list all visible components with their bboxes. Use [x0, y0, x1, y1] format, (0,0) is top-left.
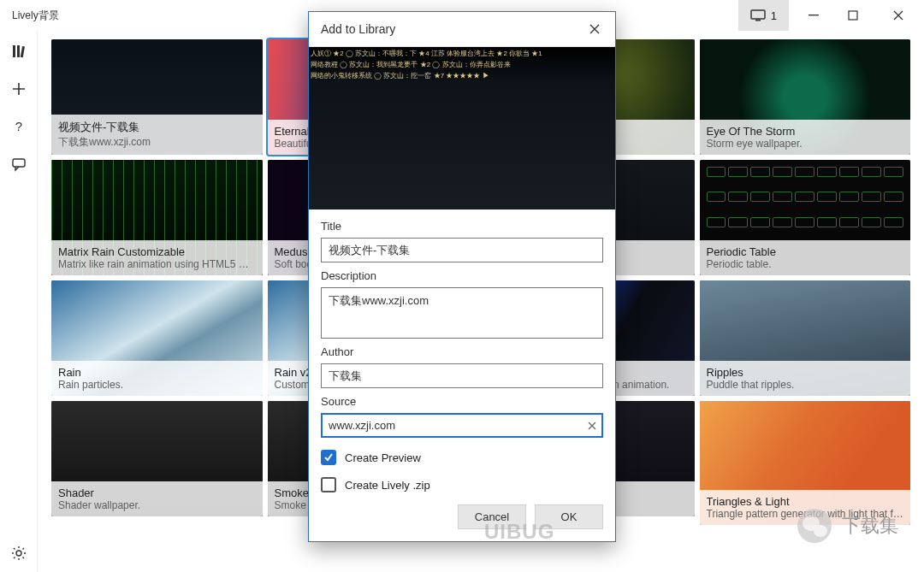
- dialog-footer: Cancel OK: [309, 504, 615, 541]
- close-icon: [588, 422, 596, 430]
- wallpaper-overlay: ShaderShader wallpaper.: [51, 481, 263, 516]
- author-label: Author: [321, 345, 603, 358]
- create-zip-checkbox[interactable]: Create Lively .zip: [321, 477, 603, 492]
- watermark-brand: 下载集: [797, 509, 898, 543]
- description-label: Description: [321, 269, 603, 282]
- monitor-indicator[interactable]: 1: [738, 0, 789, 31]
- wallpaper-overlay: Eye Of The StormStorm eye wallpaper.: [700, 120, 911, 155]
- wallpaper-title: Eye Of The Storm: [707, 125, 904, 138]
- source-field[interactable]: [321, 413, 603, 438]
- dialog-close-button[interactable]: [586, 21, 603, 38]
- wallpaper-overlay: RainRain particles.: [51, 361, 263, 396]
- sidebar-add[interactable]: [0, 70, 38, 108]
- library-icon: [11, 44, 27, 59]
- sidebar-library[interactable]: [0, 32, 38, 70]
- wallpaper-subtitle: Rain particles.: [58, 379, 256, 391]
- svg-rect-5: [17, 45, 20, 57]
- sidebar-help[interactable]: ?: [0, 108, 38, 145]
- svg-line-17: [22, 548, 24, 550]
- author-field[interactable]: [321, 363, 603, 388]
- sidebar-feedback[interactable]: [0, 145, 38, 183]
- close-icon: [589, 24, 600, 34]
- wallpaper-subtitle: Matrix like rain animation using HTML5 C…: [58, 258, 256, 270]
- add-to-library-dialog: Add to Library 人妖① ★2 ◯ 苏文山：不嚼我：下 ★4 江苏 …: [308, 11, 616, 542]
- watermark-brand-label: 下载集: [842, 513, 898, 539]
- dialog-body: Title Description Author Source Create P…: [309, 209, 615, 504]
- minimize-icon: [808, 10, 819, 21]
- svg-rect-2: [808, 15, 819, 15]
- create-preview-checkbox[interactable]: Create Preview: [321, 450, 603, 465]
- gear-icon: [11, 545, 27, 561]
- dialog-title: Add to Library: [321, 22, 395, 36]
- svg-rect-8: [13, 159, 25, 167]
- sidebar: ?: [0, 31, 38, 572]
- monitor-icon: [750, 9, 766, 21]
- svg-line-15: [22, 557, 24, 559]
- chat-icon: [11, 156, 27, 172]
- wallpaper-subtitle: Storm eye wallpaper.: [707, 138, 904, 150]
- wallpaper-card[interactable]: ShaderShader wallpaper.: [51, 401, 263, 516]
- minimize-button[interactable]: [794, 0, 833, 31]
- title-label: Title: [321, 220, 603, 233]
- help-icon: ?: [11, 119, 27, 134]
- sidebar-settings[interactable]: [0, 534, 38, 572]
- svg-text:?: ?: [15, 119, 21, 133]
- checkmark-icon: [323, 452, 334, 463]
- dialog-preview: 人妖① ★2 ◯ 苏文山：不嚼我：下 ★4 江苏 体验服台湾上去 ★2 你欲当 …: [309, 47, 615, 209]
- wallpaper-subtitle: Shader wallpaper.: [58, 499, 256, 511]
- wallpaper-title: Rain: [58, 366, 256, 379]
- description-field[interactable]: [321, 287, 603, 339]
- wallpaper-title: Triangles & Light: [707, 495, 904, 508]
- checkbox-icon: [321, 450, 336, 465]
- watermark-debug: UIBUG: [484, 520, 554, 544]
- maximize-icon: [848, 10, 858, 21]
- svg-rect-4: [13, 45, 15, 57]
- wallpaper-card[interactable]: RainRain particles.: [51, 280, 263, 396]
- plus-icon: [11, 81, 27, 97]
- clear-source-button[interactable]: [588, 422, 596, 430]
- create-zip-label: Create Lively .zip: [345, 479, 430, 492]
- wallpaper-title: 视频文件-下载集: [58, 120, 256, 135]
- close-icon: [893, 10, 903, 21]
- wallpaper-card[interactable]: RipplesPuddle that ripples.: [700, 280, 911, 396]
- wechat-icon: [797, 509, 832, 543]
- wallpaper-title: Shader: [58, 486, 256, 499]
- wallpaper-title: Periodic Table: [707, 245, 904, 258]
- source-label: Source: [321, 395, 603, 408]
- wallpaper-overlay: Matrix Rain CustomizableMatrix like rain…: [51, 240, 263, 275]
- svg-rect-1: [755, 20, 761, 21]
- wallpaper-title: Matrix Rain Customizable: [58, 245, 256, 258]
- svg-line-14: [14, 548, 15, 550]
- svg-point-9: [16, 551, 21, 556]
- wallpaper-overlay: Periodic TablePeriodic table.: [700, 240, 911, 275]
- checkbox-icon: [321, 477, 336, 492]
- wallpaper-card[interactable]: Periodic TablePeriodic table.: [700, 160, 911, 275]
- wallpaper-card[interactable]: Triangles & LightTriangle pattern genera…: [700, 401, 911, 525]
- app-title: Lively背景: [12, 9, 59, 23]
- svg-rect-6: [20, 46, 24, 57]
- wallpaper-card[interactable]: Eye Of The StormStorm eye wallpaper.: [700, 39, 911, 155]
- svg-rect-0: [751, 10, 765, 19]
- close-window-button[interactable]: [873, 0, 924, 31]
- wallpaper-overlay: RipplesPuddle that ripples.: [700, 361, 911, 396]
- wallpaper-title: Ripples: [707, 366, 904, 379]
- wallpaper-subtitle: 下载集www.xzji.com: [58, 135, 256, 150]
- title-field[interactable]: [321, 238, 603, 262]
- wallpaper-overlay: 视频文件-下载集下载集www.xzji.com: [51, 115, 263, 155]
- wallpaper-card[interactable]: 视频文件-下载集下载集www.xzji.com: [51, 39, 263, 155]
- svg-rect-3: [849, 11, 857, 20]
- wallpaper-subtitle: Periodic table.: [707, 258, 904, 270]
- wallpaper-card[interactable]: Matrix Rain CustomizableMatrix like rain…: [51, 160, 263, 275]
- svg-line-16: [14, 557, 15, 559]
- dialog-header: Add to Library: [309, 12, 615, 47]
- create-preview-label: Create Preview: [345, 451, 421, 464]
- wallpaper-subtitle: Puddle that ripples.: [707, 379, 904, 391]
- monitor-count: 1: [771, 9, 777, 22]
- maximize-button[interactable]: [833, 0, 873, 31]
